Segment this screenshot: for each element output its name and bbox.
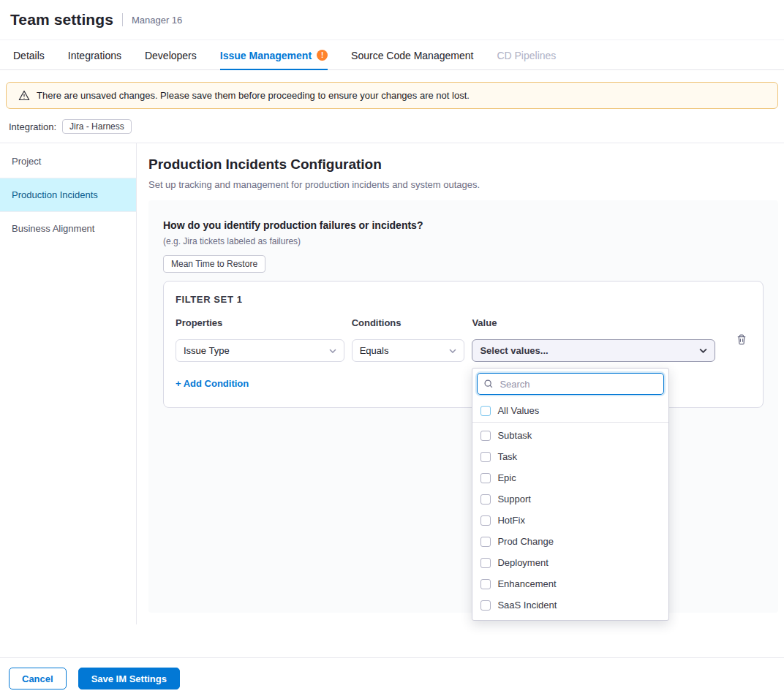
dropdown-option-prod-change[interactable]: Prod Change	[472, 531, 668, 552]
column-label-value: Value	[472, 317, 715, 328]
unsaved-changes-banner: There are unsaved changes. Please save t…	[6, 82, 778, 109]
dropdown-option-subtask[interactable]: Subtask	[472, 425, 668, 446]
settings-sidebar: Project Production Incidents Business Al…	[0, 143, 137, 624]
option-label: SaaS Incident	[497, 600, 557, 611]
metric-chip-mean-time-to-restore[interactable]: Mean Time to Restore	[163, 255, 265, 273]
checkbox[interactable]	[480, 515, 491, 526]
search-icon	[483, 379, 494, 389]
checkbox[interactable]	[480, 431, 491, 441]
row-actions-column	[723, 317, 751, 362]
title-separator	[122, 13, 123, 26]
section-title: Production Incidents Configuration	[148, 156, 778, 173]
option-label: Deployment	[497, 557, 548, 568]
option-label: HotFix	[497, 515, 525, 526]
option-label: Support	[497, 494, 531, 505]
team-settings-page: Team settings Manager 16 Details Integra…	[0, 0, 784, 699]
banner-text: There are unsaved changes. Please save t…	[37, 90, 470, 101]
checkbox[interactable]	[480, 494, 491, 505]
condition-select[interactable]: Equals	[352, 339, 465, 362]
question-heading: How do you identify production failures …	[163, 219, 764, 231]
value-select[interactable]: Select values...	[472, 339, 715, 362]
property-select[interactable]: Issue Type	[176, 339, 344, 362]
delete-filter-button[interactable]	[732, 328, 751, 351]
value-column: Value Select values...	[472, 317, 715, 362]
dropdown-option-enhancement[interactable]: Enhancement	[472, 573, 668, 594]
footer-actions: Cancel Save IM Settings	[0, 657, 784, 699]
cancel-button[interactable]: Cancel	[9, 668, 67, 689]
dropdown-option-support[interactable]: Support	[472, 488, 668, 510]
option-label: Prod Change	[497, 536, 554, 547]
value-dropdown: All Values Subtask Task	[472, 368, 669, 621]
dropdown-option-customer-notification[interactable]: Customer Notification	[472, 616, 668, 621]
add-condition-button[interactable]: + Add Condition	[176, 378, 249, 389]
tab-source-code-management[interactable]: Source Code Management	[351, 40, 473, 70]
tab-cd-pipelines: CD Pipelines	[497, 40, 556, 70]
option-all-values[interactable]: All Values	[472, 399, 668, 423]
properties-column: Properties Issue Type	[176, 317, 344, 362]
property-select-value: Issue Type	[184, 345, 230, 356]
dropdown-option-saas-incident[interactable]: SaaS Incident	[472, 594, 668, 616]
checkbox[interactable]	[480, 452, 491, 462]
integration-chip[interactable]: Jira - Harness	[62, 119, 132, 134]
value-select-placeholder: Select values...	[480, 345, 548, 356]
dropdown-option-hotfix[interactable]: HotFix	[472, 510, 668, 531]
header: Team settings Manager 16	[0, 0, 784, 40]
sidebar-item-label: Business Alignment	[12, 223, 94, 234]
page-subtitle: Manager 16	[132, 15, 182, 26]
configuration-panel: How do you identify production failures …	[148, 200, 778, 613]
checkbox[interactable]	[480, 473, 491, 483]
filter-set-title: FILTER SET 1	[176, 294, 751, 305]
column-label-conditions: Conditions	[352, 317, 465, 328]
content-area: Project Production Incidents Business Al…	[0, 143, 784, 657]
main-section: Production Incidents Configuration Set u…	[137, 143, 784, 657]
checkbox[interactable]	[480, 537, 491, 547]
sidebar-item-label: Project	[12, 156, 41, 167]
condition-select-value: Equals	[360, 345, 389, 356]
tab-integrations[interactable]: Integrations	[68, 40, 121, 70]
trash-icon	[736, 333, 747, 346]
tab-details[interactable]: Details	[13, 40, 45, 70]
chevron-down-icon	[449, 349, 456, 353]
conditions-column: Conditions Equals	[352, 317, 465, 362]
search-input[interactable]	[498, 378, 657, 390]
tab-developers[interactable]: Developers	[145, 40, 197, 70]
dropdown-option-deployment[interactable]: Deployment	[472, 552, 668, 573]
tab-bar: Details Integrations Developers Issue Ma…	[0, 40, 784, 70]
all-values-checkbox[interactable]	[480, 406, 491, 416]
option-label: Subtask	[497, 430, 532, 441]
tab-label: CD Pipelines	[497, 50, 556, 61]
save-im-settings-button[interactable]: Save IM Settings	[78, 668, 180, 689]
option-label: Task	[497, 451, 517, 462]
chevron-down-icon	[699, 348, 707, 353]
sidebar-item-label: Production Incidents	[12, 189, 98, 200]
filter-condition-row: Properties Issue Type Conditions Equals	[176, 317, 751, 362]
tab-issue-management[interactable]: Issue Management !	[220, 40, 328, 70]
sidebar-item-business-alignment[interactable]: Business Alignment	[0, 212, 136, 245]
tab-label: Source Code Management	[351, 50, 473, 61]
checkbox[interactable]	[480, 600, 491, 611]
checkbox[interactable]	[480, 579, 491, 589]
tab-label: Details	[13, 50, 45, 61]
integration-label: Integration:	[9, 121, 56, 132]
warning-badge-icon: !	[317, 50, 328, 61]
option-label: Enhancement	[497, 578, 556, 589]
warning-triangle-icon	[18, 90, 30, 101]
integration-row: Integration: Jira - Harness	[0, 118, 784, 143]
tab-label: Integrations	[68, 50, 121, 61]
dropdown-search	[477, 373, 664, 395]
column-label-properties: Properties	[176, 317, 344, 328]
sidebar-item-production-incidents[interactable]: Production Incidents	[0, 178, 136, 212]
section-subtitle: Set up tracking and management for produ…	[148, 179, 778, 190]
tab-label: Issue Management	[220, 50, 312, 61]
checkbox[interactable]	[480, 558, 491, 568]
page-title: Team settings	[10, 11, 113, 29]
question-hint: (e.g. Jira tickets labeled as failures)	[163, 236, 764, 246]
dropdown-option-task[interactable]: Task	[472, 446, 668, 467]
tab-label: Developers	[145, 50, 197, 61]
dropdown-option-epic[interactable]: Epic	[472, 467, 668, 488]
chevron-down-icon	[329, 349, 336, 353]
option-label: Epic	[497, 472, 516, 483]
option-label: All Values	[497, 405, 539, 416]
sidebar-item-project[interactable]: Project	[0, 145, 136, 178]
filter-set-card: FILTER SET 1 Properties Issue Type Condi…	[163, 281, 764, 408]
